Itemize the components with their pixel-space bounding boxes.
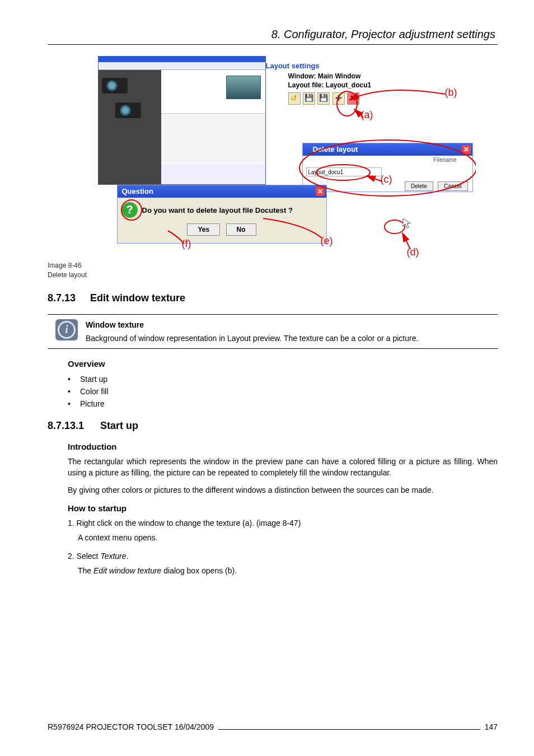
info-icon	[55, 319, 78, 340]
annotation-f: (f)	[182, 238, 191, 250]
saveas-icon[interactable]	[317, 92, 330, 105]
figure-caption-text: Delete layout	[48, 270, 498, 280]
add-icon[interactable]	[332, 92, 345, 105]
section-8-7-13-heading: 8.7.13 Edit window texture	[48, 292, 498, 304]
step-1-sub: A context menu opens.	[78, 532, 498, 543]
annotation-b: (b)	[445, 87, 457, 99]
list-item: Picture	[68, 398, 498, 410]
save-icon[interactable]	[303, 92, 315, 105]
introduction-heading: Introduction	[68, 442, 498, 451]
overview-heading: Overview	[68, 359, 498, 368]
info-title: Window texture	[86, 319, 498, 330]
chapter-title: 8. Configurator, Projector adjustment se…	[48, 28, 498, 41]
annotation-a: (a)	[361, 109, 373, 121]
close-icon[interactable]: ✕	[316, 187, 325, 196]
overview-list: Start up Color fill Picture	[68, 373, 498, 410]
open-icon[interactable]	[288, 92, 301, 105]
list-item: Color fill	[68, 385, 498, 398]
section-number: 8.7.13.1	[48, 420, 91, 432]
info-box: Window texture Background of window repr…	[48, 314, 498, 349]
question-dialog: Question ✕ Do you want to delete layout …	[117, 185, 327, 244]
section-8-7-13-1-heading: 8.7.13.1 Start up	[48, 420, 498, 432]
delete-icon[interactable]	[347, 92, 359, 105]
layout-settings-title: Layout settings	[266, 62, 445, 70]
delete-dialog-title: Delete layout	[313, 145, 358, 153]
question-text: Do you want to delete layout file Docute…	[142, 206, 293, 214]
info-body: Background of window representation in L…	[86, 333, 498, 344]
close-icon[interactable]: ✕	[462, 145, 471, 154]
cancel-button[interactable]: Cancel	[438, 181, 467, 191]
step-1: 1. Right click on the window to change t…	[68, 517, 498, 529]
footer-left: R5976924 PROJECTOR TOOLSET 16/04/2009	[48, 722, 214, 731]
figure-caption-id: Image 8-46	[48, 261, 498, 270]
layout-window-label: Window: Main Window	[288, 72, 445, 80]
page-footer: R5976924 PROJECTOR TOOLSET 16/04/2009 14…	[48, 722, 498, 731]
annotation-d: (d)	[407, 246, 419, 258]
delete-button[interactable]: Delete	[405, 181, 433, 191]
section-title: Start up	[100, 420, 138, 432]
figure-8-46: Layout settings Window: Main Window Layo…	[70, 56, 476, 258]
configurator-window-mock	[98, 56, 266, 185]
delete-filename-value[interactable]	[306, 167, 382, 176]
layout-toolbar	[288, 92, 445, 105]
section-title: Edit window texture	[90, 292, 185, 304]
question-icon	[122, 202, 138, 218]
footer-page-number: 147	[485, 722, 498, 731]
layout-file-label: Layout file: Layout_docu1	[288, 81, 445, 89]
annotation-c: (c)	[381, 174, 392, 185]
section-number: 8.7.13	[48, 292, 81, 304]
svg-point-3	[385, 220, 405, 234]
yes-button[interactable]: Yes	[187, 223, 220, 236]
step-2-sub: The Edit window texture dialog box opens…	[78, 565, 498, 576]
figure-caption: Image 8-46 Delete layout	[48, 261, 498, 280]
header-rule	[48, 44, 498, 45]
delete-dialog-titlebar: Delete layout ✕	[303, 143, 472, 156]
projector-icon	[115, 102, 141, 118]
howto-heading: How to startup	[68, 503, 498, 513]
no-button[interactable]: No	[226, 223, 256, 236]
question-titlebar: Question ✕	[118, 185, 326, 198]
projector-icon	[102, 78, 128, 94]
intro-para-2: By giving other colors or pictures to th…	[68, 484, 498, 496]
question-title: Question	[122, 187, 153, 195]
layout-settings-panel: Layout settings Window: Main Window Layo…	[266, 62, 445, 105]
annotation-e: (e)	[321, 235, 333, 247]
step-2: 2. Select Texture.	[68, 550, 498, 562]
list-item: Start up	[68, 373, 498, 385]
delete-filename-header: Filename	[303, 156, 472, 166]
intro-para-1: The rectangular which represents the win…	[68, 456, 498, 479]
